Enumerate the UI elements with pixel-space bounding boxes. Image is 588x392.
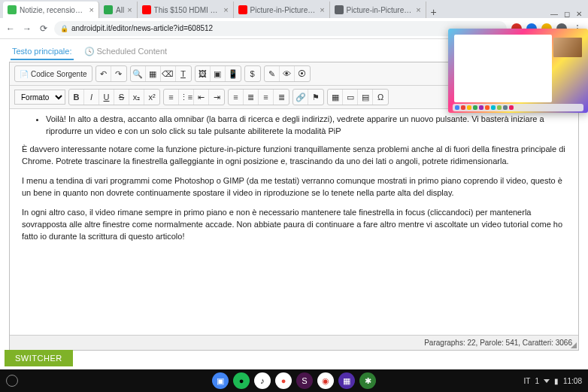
- switcher-button[interactable]: SWITCHER: [5, 350, 73, 366]
- tab-title: Notizie, recensioni, trucchi, app: [20, 6, 86, 14]
- favicon-icon: [335, 5, 344, 14]
- content-bullet: Voilà! In alto a destra, accanto alla om…: [46, 114, 566, 138]
- editor-content[interactable]: Voilà! In alto a destra, accanto alla om…: [10, 109, 578, 335]
- clear-button[interactable]: T: [176, 66, 191, 81]
- doc-icon: 📄: [20, 70, 29, 78]
- close-icon[interactable]: ×: [127, 5, 132, 14]
- browser-tab[interactable]: All ×: [99, 2, 138, 18]
- find-button[interactable]: 🔍: [131, 66, 146, 81]
- redo-button[interactable]: ↷: [111, 66, 126, 81]
- url-text: androidpit.it/editor/news-article?id=608…: [71, 24, 213, 32]
- subscript-button[interactable]: x₂: [129, 90, 144, 105]
- favicon-icon: [104, 5, 113, 14]
- omega-button[interactable]: Ω: [373, 90, 388, 105]
- hr-button[interactable]: ▭: [343, 90, 358, 105]
- clock[interactable]: 11:08: [563, 377, 582, 385]
- taskbar-app[interactable]: ▣: [212, 372, 229, 389]
- content-paragraph: È davvero interessante notare come la fu…: [22, 144, 566, 168]
- status-text: Paragraphs: 22, Parole: 541, Caratteri: …: [424, 339, 572, 347]
- bullet-list-button[interactable]: ⋮≡: [179, 90, 194, 105]
- resize-grip-icon[interactable]: [571, 342, 577, 348]
- taskbar-tray: IT 1 ▮ 11:08: [524, 377, 582, 385]
- device-button[interactable]: 📱: [226, 66, 241, 81]
- new-tab-button[interactable]: +: [426, 6, 441, 18]
- taskbar-app[interactable]: ✱: [359, 372, 376, 389]
- justify-button[interactable]: ≣: [274, 90, 289, 105]
- tab-title: All: [116, 6, 124, 14]
- pip-preview-window[interactable]: [448, 29, 588, 113]
- taskbar-app[interactable]: S: [296, 372, 313, 389]
- forward-button[interactable]: →: [21, 23, 33, 35]
- browser-tab[interactable]: Picture-in-Picture - YouTube ×: [234, 2, 330, 18]
- url-input[interactable]: 🔒 androidpit.it/editor/news-article?id=6…: [54, 21, 507, 36]
- tab-title: This $150 HDMI Cable Boosts Im: [154, 6, 221, 14]
- bold-button[interactable]: B: [69, 90, 84, 105]
- align-left-button[interactable]: ≡: [229, 90, 244, 105]
- taskbar-app[interactable]: ▦: [338, 372, 355, 389]
- source-button[interactable]: 📄Codice Sorgente: [15, 66, 92, 81]
- browser-tab[interactable]: This $150 HDMI Cable Boosts Im ×: [138, 2, 234, 18]
- network-indicator[interactable]: 1: [535, 377, 539, 385]
- browser-tab[interactable]: Notizie, recensioni, trucchi, app ×: [3, 2, 99, 18]
- undo-button[interactable]: ↶: [96, 66, 111, 81]
- favicon-icon: [8, 5, 17, 14]
- tab-scheduled[interactable]: 🕓Scheduled Content: [83, 44, 169, 60]
- content-paragraph: In ogni altro caso, il video rimane semp…: [22, 207, 566, 243]
- close-icon[interactable]: ×: [320, 5, 324, 14]
- taskbar-app[interactable]: ◉: [317, 372, 334, 389]
- taskbar-app[interactable]: ●: [233, 372, 250, 389]
- content-paragraph: I menu a tendina di vari programmi come …: [22, 175, 566, 199]
- taskbar-app[interactable]: ♪: [254, 372, 271, 389]
- battery-icon[interactable]: ▮: [554, 377, 559, 385]
- lock-icon: 🔒: [60, 25, 68, 32]
- table-button[interactable]: ▦: [328, 90, 343, 105]
- dollar-button[interactable]: $: [245, 66, 260, 81]
- video-button[interactable]: ▣: [211, 66, 226, 81]
- taskbar: ▣ ● ♪ ● S ◉ ▦ ✱ IT 1 ▮ 11:08: [0, 369, 588, 392]
- wifi-icon[interactable]: [544, 379, 550, 383]
- maximize-icon[interactable]: ◻: [564, 10, 570, 18]
- close-icon[interactable]: ×: [89, 5, 94, 14]
- image-button[interactable]: 🖼: [195, 66, 211, 81]
- eye-button[interactable]: 👁: [280, 66, 295, 81]
- format-select[interactable]: Formato: [14, 90, 65, 105]
- taskbar-app[interactable]: ●: [275, 372, 292, 389]
- numbered-list-button[interactable]: ≡: [164, 90, 179, 105]
- launcher-icon[interactable]: [6, 375, 18, 387]
- link-button[interactable]: 🔗: [293, 90, 308, 105]
- unlink-button[interactable]: ⚑: [308, 90, 323, 105]
- close-icon[interactable]: ×: [416, 5, 420, 14]
- tab-main-text[interactable]: Testo principale:: [11, 44, 74, 60]
- close-icon[interactable]: ×: [223, 5, 228, 14]
- pip-browser-window: [454, 35, 552, 102]
- favicon-icon: [238, 5, 247, 14]
- close-window-icon[interactable]: ✕: [576, 10, 582, 18]
- remove-format-button[interactable]: ⌫: [161, 66, 176, 81]
- outdent-button[interactable]: ⇤: [194, 90, 209, 105]
- back-button[interactable]: ←: [5, 23, 17, 35]
- indent-button[interactable]: ⇥: [209, 90, 224, 105]
- underline-button[interactable]: U: [99, 90, 114, 105]
- reload-button[interactable]: ⟳: [38, 23, 50, 35]
- align-center-button[interactable]: ≣: [244, 90, 259, 105]
- select-all-button[interactable]: ▦: [146, 66, 161, 81]
- superscript-button[interactable]: x²: [144, 90, 159, 105]
- brush-button[interactable]: ✎: [265, 66, 280, 81]
- pip-video-thumb: [553, 38, 582, 57]
- clock-icon: 🕓: [84, 47, 95, 56]
- editor-status-bar: Paragraphs: 22, Parole: 541, Caratteri: …: [10, 335, 578, 350]
- code-button[interactable]: ⦿: [295, 66, 310, 81]
- tab-title: Picture-in-Picture Extension (by: [347, 6, 414, 14]
- gallery-label: Galleria: [11, 358, 577, 366]
- taskbar-apps: ▣ ● ♪ ● S ◉ ▦ ✱: [212, 372, 376, 389]
- align-right-button[interactable]: ≡: [259, 90, 274, 105]
- special-char-button[interactable]: ▤: [358, 90, 373, 105]
- strike-button[interactable]: S: [114, 90, 129, 105]
- window-controls: — ◻ ✕: [550, 10, 588, 18]
- favicon-icon: [142, 5, 151, 14]
- browser-tab[interactable]: Picture-in-Picture Extension (by ×: [330, 2, 426, 18]
- browser-tab-strip: Notizie, recensioni, trucchi, app × All …: [0, 0, 588, 18]
- italic-button[interactable]: I: [84, 90, 99, 105]
- minimize-icon[interactable]: —: [550, 10, 558, 18]
- language-indicator[interactable]: IT: [524, 377, 531, 385]
